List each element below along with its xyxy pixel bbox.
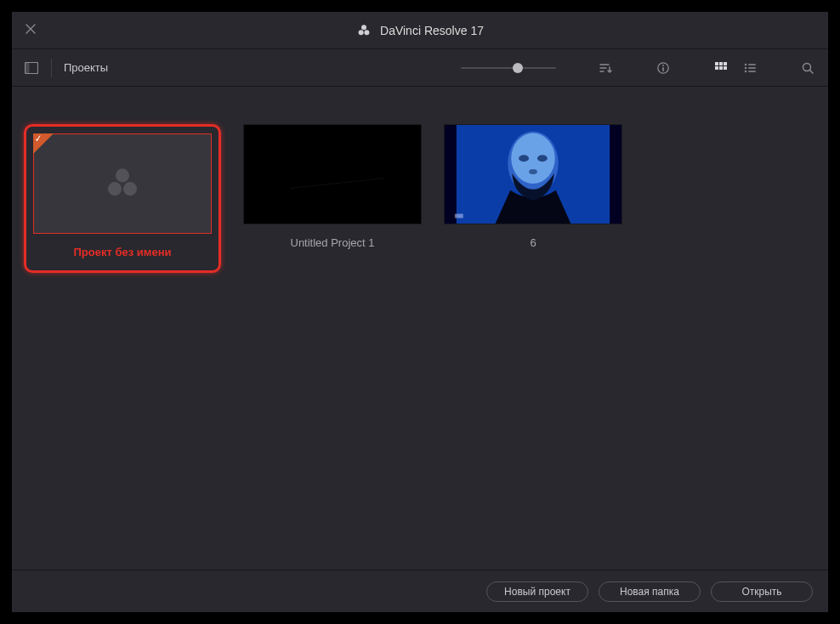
svg-point-22 xyxy=(108,182,122,196)
svg-rect-26 xyxy=(610,125,621,224)
new-project-button[interactable]: Новый проект xyxy=(486,581,588,602)
check-icon: ✓ xyxy=(34,133,43,145)
svg-rect-17 xyxy=(748,67,756,69)
list-view-icon[interactable] xyxy=(741,60,758,77)
svg-rect-19 xyxy=(748,71,756,72)
project-thumbnail xyxy=(444,124,622,224)
divider xyxy=(51,59,52,77)
close-icon[interactable] xyxy=(26,24,37,36)
project-thumbnail xyxy=(243,124,422,224)
toolbar: Проекты xyxy=(12,49,828,87)
search-icon[interactable] xyxy=(799,60,816,77)
resolve-logo-icon xyxy=(103,164,142,203)
grid-view-icon[interactable] xyxy=(712,60,729,77)
svg-rect-11 xyxy=(715,66,718,70)
svg-rect-32 xyxy=(455,214,463,218)
svg-point-6 xyxy=(662,65,664,66)
svg-rect-9 xyxy=(719,62,723,65)
svg-point-14 xyxy=(745,63,746,65)
svg-rect-10 xyxy=(724,62,727,65)
project-thumbnail: ✓ xyxy=(33,133,212,234)
svg-rect-7 xyxy=(662,67,664,71)
thumbnail-size-slider[interactable] xyxy=(461,60,556,76)
new-folder-button[interactable]: Новая папка xyxy=(599,581,701,602)
svg-point-31 xyxy=(529,169,537,174)
project-name-label: Untitled Project 1 xyxy=(291,236,375,249)
project-card[interactable]: Untitled Project 1 xyxy=(243,124,422,249)
footer: Новый проект Новая папка Открыть xyxy=(12,570,828,612)
svg-point-30 xyxy=(537,155,548,162)
svg-point-18 xyxy=(745,70,746,71)
svg-rect-4 xyxy=(26,62,30,73)
app-title: DaVinci Resolve 17 xyxy=(380,24,484,37)
info-icon[interactable] xyxy=(655,60,672,77)
svg-point-16 xyxy=(745,66,746,68)
svg-rect-25 xyxy=(445,125,457,224)
sort-icon[interactable] xyxy=(597,60,614,77)
open-button[interactable]: Открыть xyxy=(711,581,813,602)
svg-rect-8 xyxy=(715,62,718,65)
svg-rect-13 xyxy=(724,66,727,70)
svg-rect-12 xyxy=(719,66,723,70)
project-card-highlighted[interactable]: ✓ Проект без имени xyxy=(24,124,221,273)
project-card[interactable]: 6 xyxy=(444,124,622,249)
svg-point-28 xyxy=(511,133,555,183)
project-grid: ✓ Проект без имени Untitled Project 1 xyxy=(12,87,828,570)
svg-point-1 xyxy=(359,30,364,35)
breadcrumb: Проекты xyxy=(64,61,108,74)
svg-point-23 xyxy=(123,182,137,196)
sidebar-toggle-icon[interactable] xyxy=(24,60,39,76)
svg-point-0 xyxy=(361,25,366,30)
project-name-label: 6 xyxy=(530,236,536,249)
svg-point-2 xyxy=(364,30,369,35)
project-manager-window: DaVinci Resolve 17 Проекты xyxy=(12,12,828,612)
resolve-logo-icon xyxy=(356,23,372,38)
titlebar: DaVinci Resolve 17 xyxy=(12,12,828,49)
svg-point-21 xyxy=(116,168,129,182)
svg-rect-15 xyxy=(748,64,756,65)
project-name-label: Проект без имени xyxy=(74,246,172,258)
svg-point-29 xyxy=(519,155,529,162)
